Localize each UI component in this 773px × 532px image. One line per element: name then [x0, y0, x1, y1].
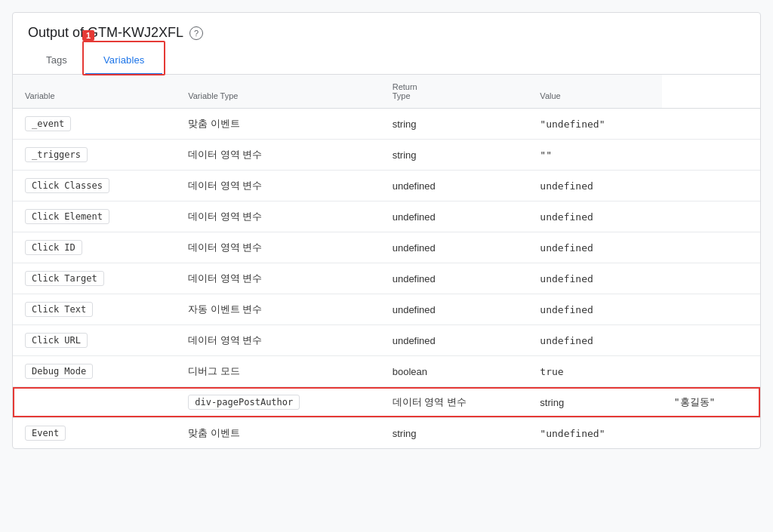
variable-type-cell: 디버그 모드 [176, 356, 380, 387]
table-row: Click Classes데이터 영역 변수undefinedundefined [13, 171, 760, 201]
variable-cell: Debug Mode [13, 356, 176, 387]
value-cell: undefined [528, 201, 661, 232]
value-cell: undefined [528, 232, 661, 263]
main-container: Output of GTM-KWJ2XFL ? Tags Variables 1… [12, 12, 761, 449]
return-type-cell: string [380, 109, 528, 140]
help-icon[interactable]: ? [189, 26, 203, 40]
variable-cell: Click Target [13, 263, 176, 294]
col-variable: Variable [13, 75, 176, 109]
value-cell: "undefined" [528, 418, 661, 449]
tab-tags[interactable]: Tags [28, 47, 85, 75]
table-row: 2div-pagePostAuthor데이터 영역 변수string"홍길동" [13, 387, 760, 418]
table-row: _event맞춤 이벤트string"undefined" [13, 109, 760, 140]
variable-cell: Click Text [13, 294, 176, 325]
table-header-row: Variable Variable Type ReturnType Value [13, 75, 760, 109]
tab-variables[interactable]: Variables [85, 47, 162, 75]
table-wrapper: Variable Variable Type ReturnType Value … [13, 75, 760, 448]
variable-name-tag: Event [25, 426, 66, 441]
variable-cell: Click URL [13, 325, 176, 356]
value-cell: "" [528, 140, 661, 171]
table-row: _triggers데이터 영역 변수string"" [13, 140, 760, 171]
col-value: Value [528, 75, 661, 109]
variable-type-cell: 데이터 영역 변수 [176, 325, 380, 356]
return-type-cell: boolean [380, 356, 528, 387]
variable-cell: Click Element [13, 201, 176, 232]
return-type-cell: string [528, 387, 661, 418]
variable-name-tag: div-pagePostAuthor [188, 395, 300, 410]
value-cell: true [528, 356, 661, 387]
variable-type-cell: 데이터 영역 변수 [176, 171, 380, 201]
table-row: Event맞춤 이벤트string"undefined" [13, 418, 760, 449]
value-cell: "홍길동" [662, 387, 760, 418]
variable-type-cell: 데이터 영역 변수 [176, 201, 380, 232]
return-type-cell: undefined [380, 201, 528, 232]
variable-cell: div-pagePostAuthor [176, 387, 380, 418]
variable-name-tag: _event [25, 116, 71, 131]
return-type-cell: string [380, 140, 528, 171]
variable-type-cell: 데이터 영역 변수 [176, 232, 380, 263]
variable-cell: Click ID [13, 232, 176, 263]
variable-cell: _triggers [13, 140, 176, 171]
col-return-type: ReturnType [380, 75, 528, 109]
table-row: Click URL데이터 영역 변수undefinedundefined [13, 325, 760, 356]
value-cell: "undefined" [528, 109, 661, 140]
table-row: Click ID데이터 영역 변수undefinedundefined [13, 232, 760, 263]
variable-type-cell: 맞춤 이벤트 [176, 109, 380, 140]
table-row: Click Element데이터 영역 변수undefinedundefined [13, 201, 760, 232]
return-type-cell: string [380, 418, 528, 449]
variable-name-tag: Click Classes [25, 178, 109, 193]
variable-name-tag: Click Target [25, 271, 104, 286]
page-title: Output of GTM-KWJ2XFL [28, 25, 183, 41]
value-cell: undefined [528, 294, 661, 325]
return-type-cell: undefined [380, 294, 528, 325]
tab-bar: Tags Variables 1 [28, 47, 745, 74]
table-row: Click Text자동 이벤트 변수undefinedundefined [13, 294, 760, 325]
variable-type-cell: 데이터 영역 변수 [176, 140, 380, 171]
value-cell: undefined [528, 171, 661, 201]
variable-name-tag: Click ID [25, 240, 82, 255]
variable-name-tag: Click Text [25, 302, 93, 317]
return-type-cell: undefined [380, 325, 528, 356]
table-row: Click Target데이터 영역 변수undefinedundefined [13, 263, 760, 294]
variable-cell: Click Classes [13, 171, 176, 201]
variable-name-tag: Click URL [25, 333, 88, 348]
variables-table: Variable Variable Type ReturnType Value … [13, 75, 760, 448]
variable-cell: Event [13, 418, 176, 449]
return-type-cell: undefined [380, 232, 528, 263]
badge-1: 1 [82, 30, 94, 41]
variable-name-tag: _triggers [25, 147, 88, 162]
header: Output of GTM-KWJ2XFL ? Tags Variables 1 [13, 13, 760, 75]
variable-type-cell: 데이터 영역 변수 [380, 387, 528, 418]
return-type-cell: undefined [380, 263, 528, 294]
variable-name-tag: Debug Mode [25, 364, 93, 379]
variable-type-cell: 데이터 영역 변수 [176, 263, 380, 294]
col-variable-type: Variable Type [176, 75, 380, 109]
variable-type-cell: 자동 이벤트 변수 [176, 294, 380, 325]
value-cell: undefined [528, 263, 661, 294]
title-row: Output of GTM-KWJ2XFL ? [28, 25, 745, 41]
variable-cell: _event [13, 109, 176, 140]
variable-name-tag: Click Element [25, 209, 109, 224]
value-cell: undefined [528, 325, 661, 356]
table-row: Debug Mode디버그 모드booleantrue [13, 356, 760, 387]
return-type-cell: undefined [380, 171, 528, 201]
variable-type-cell: 맞춤 이벤트 [176, 418, 380, 449]
